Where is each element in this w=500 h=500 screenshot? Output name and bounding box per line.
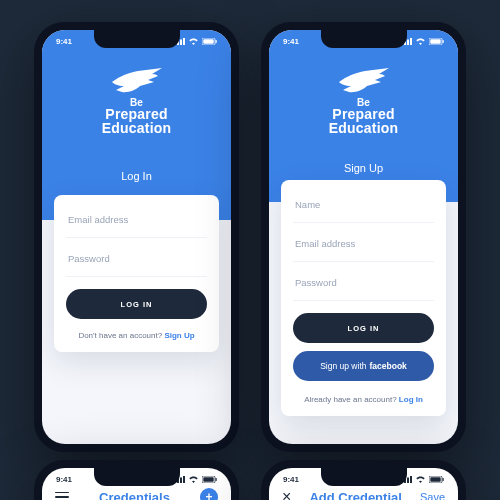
phone-add-credential: 9:41 × Add Credential Save — [261, 460, 466, 500]
email-field[interactable] — [295, 238, 432, 249]
name-field[interactable] — [295, 199, 432, 210]
login-link[interactable]: Log In — [399, 395, 423, 404]
page-title: Log In — [42, 170, 231, 182]
phone-credentials: 9:41 Credentials + — [34, 460, 239, 500]
svg-rect-4 — [430, 39, 440, 43]
nav-title: Credentials — [69, 490, 200, 501]
battery-icon — [429, 476, 444, 483]
signup-prompt: Don't have an account? Sign Up — [66, 331, 207, 340]
screen-credentials: 9:41 Credentials + — [42, 468, 231, 500]
menu-icon[interactable] — [55, 492, 69, 500]
brand-logo: Be Prepared Education — [102, 68, 171, 136]
status-icons — [174, 37, 217, 45]
notch — [321, 30, 407, 48]
wifi-icon — [415, 37, 426, 45]
status-time: 9:41 — [56, 37, 72, 46]
page-title: Sign Up — [269, 162, 458, 174]
svg-rect-8 — [216, 478, 217, 481]
brand-logo: Be Prepared Education — [329, 68, 398, 136]
phone-login: 9:41 Be Prepared Education Log In — [34, 22, 239, 452]
svg-rect-5 — [443, 40, 444, 43]
email-field-wrap — [293, 223, 434, 262]
brand-line2: Prepared — [105, 106, 167, 122]
signup-link[interactable]: Sign Up — [164, 331, 194, 340]
wifi-icon — [415, 475, 426, 483]
status-time: 9:41 — [56, 475, 72, 484]
login-card: LOG IN Don't have an account? Sign Up — [54, 195, 219, 352]
battery-icon — [202, 38, 217, 45]
password-field[interactable] — [295, 277, 432, 288]
battery-icon — [429, 38, 444, 45]
phone-signup: 9:41 Be Prepared Education Sign Up — [261, 22, 466, 452]
password-field-wrap — [66, 238, 207, 277]
nav-title: Add Credential — [291, 490, 420, 501]
password-field[interactable] — [68, 253, 205, 264]
brand-line3: Education — [102, 120, 171, 136]
notch — [94, 30, 180, 48]
svg-rect-11 — [443, 478, 444, 481]
svg-rect-2 — [216, 40, 217, 43]
status-icons — [401, 475, 444, 483]
battery-icon — [202, 476, 217, 483]
wifi-icon — [188, 37, 199, 45]
login-prompt: Already have an account? Log In — [293, 395, 434, 404]
status-icons — [401, 37, 444, 45]
brand-line2: Prepared — [332, 106, 394, 122]
screen-login: 9:41 Be Prepared Education Log In — [42, 30, 231, 444]
header-blue: Be Prepared Education Log In — [42, 30, 231, 220]
screen-signup: 9:41 Be Prepared Education Sign Up — [269, 30, 458, 444]
notch — [321, 468, 407, 486]
name-field-wrap — [293, 184, 434, 223]
signup-submit-button[interactable]: LOG IN — [293, 313, 434, 343]
bird-icon — [110, 68, 162, 96]
email-field-wrap — [66, 199, 207, 238]
status-time: 9:41 — [283, 475, 299, 484]
password-field-wrap — [293, 262, 434, 301]
status-time: 9:41 — [283, 37, 299, 46]
svg-rect-1 — [203, 39, 213, 43]
brand-line3: Education — [329, 120, 398, 136]
save-button[interactable]: Save — [420, 491, 445, 500]
svg-rect-7 — [203, 477, 213, 481]
header-blue: Be Prepared Education Sign Up — [269, 30, 458, 202]
signup-card: LOG IN Sign up with facebook Already hav… — [281, 180, 446, 416]
login-button[interactable]: LOG IN — [66, 289, 207, 319]
facebook-signup-button[interactable]: Sign up with facebook — [293, 351, 434, 381]
wifi-icon — [188, 475, 199, 483]
svg-rect-10 — [430, 477, 440, 481]
email-field[interactable] — [68, 214, 205, 225]
close-icon[interactable]: × — [282, 489, 291, 500]
bird-icon — [337, 68, 389, 96]
screen-add-credential: 9:41 × Add Credential Save — [269, 468, 458, 500]
notch — [94, 468, 180, 486]
status-icons — [174, 475, 217, 483]
